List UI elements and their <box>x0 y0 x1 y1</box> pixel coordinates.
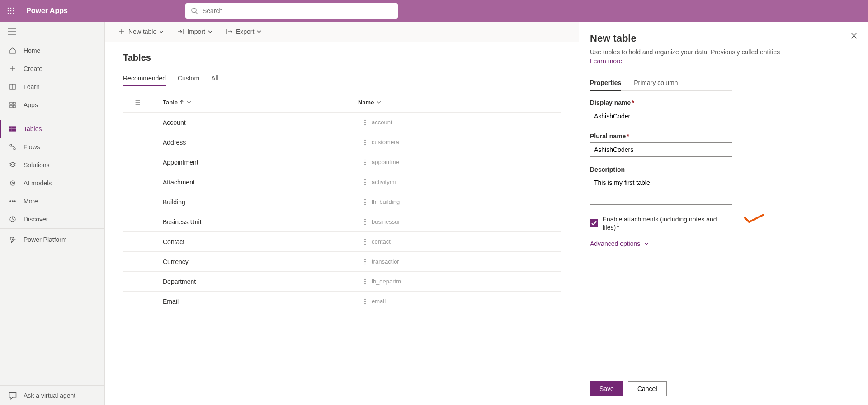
table-row[interactable]: Contactcontact <box>123 232 561 252</box>
row-more-icon[interactable] <box>358 199 372 205</box>
svg-point-6 <box>8 13 9 14</box>
tab-all[interactable]: All <box>211 71 218 86</box>
brand-title: Power Apps <box>26 7 68 15</box>
nav-ai-models[interactable]: AI models <box>0 174 104 192</box>
cancel-button[interactable]: Cancel <box>628 381 667 396</box>
table-row[interactable]: Accountaccount <box>123 113 561 132</box>
svg-rect-26 <box>12 129 14 131</box>
svg-point-34 <box>14 201 15 202</box>
export-button[interactable]: Export <box>226 28 265 35</box>
search-input[interactable] <box>203 7 392 14</box>
row-table-name: Contact <box>163 238 358 245</box>
close-icon[interactable] <box>851 33 857 41</box>
col-label: Name <box>358 99 374 106</box>
svg-line-37 <box>13 219 14 220</box>
nav-label: Home <box>24 47 40 54</box>
svg-point-49 <box>135 104 135 105</box>
app-launcher-icon[interactable] <box>4 4 18 18</box>
table-row[interactable]: Buildinglh_building <box>123 192 561 212</box>
svg-rect-20 <box>10 105 12 108</box>
svg-point-60 <box>364 179 365 180</box>
svg-rect-19 <box>13 102 15 104</box>
hamburger-menu[interactable] <box>0 22 104 42</box>
table-row[interactable]: Addresscustomera <box>123 132 561 152</box>
table-row[interactable]: Business Unitbusinessur <box>123 212 561 232</box>
svg-point-30 <box>10 181 15 185</box>
nav-tables[interactable]: Tables <box>0 120 104 138</box>
nav-create[interactable]: Create <box>0 60 104 78</box>
nav-home[interactable]: Home <box>0 42 104 60</box>
nav-power-platform[interactable]: Power Platform <box>0 231 104 249</box>
svg-point-51 <box>364 119 365 120</box>
search-box[interactable] <box>185 3 398 19</box>
ask-virtual-agent[interactable]: Ask a virtual agent <box>0 385 104 405</box>
save-button[interactable]: Save <box>590 381 623 396</box>
plus-icon <box>8 65 17 72</box>
list-view-icon[interactable] <box>123 99 150 106</box>
svg-point-71 <box>364 243 365 244</box>
row-more-icon[interactable] <box>358 239 372 245</box>
nav-discover[interactable]: Discover <box>0 210 104 228</box>
svg-point-9 <box>192 8 196 13</box>
ask-label: Ask a virtual agent <box>24 392 75 399</box>
svg-point-77 <box>364 283 365 284</box>
row-more-icon[interactable] <box>358 119 372 126</box>
table-row[interactable]: Appointmentappointme <box>123 152 561 172</box>
table-row[interactable]: Emailemail <box>123 292 561 311</box>
row-more-icon[interactable] <box>358 159 372 165</box>
nav-apps[interactable]: Apps <box>0 96 104 114</box>
table-row[interactable]: Attachmentactivitymi <box>123 172 561 192</box>
row-more-icon[interactable] <box>358 298 372 305</box>
tab-recommended[interactable]: Recommended <box>123 71 166 86</box>
svg-rect-21 <box>13 105 15 108</box>
row-more-icon[interactable] <box>358 219 372 225</box>
svg-point-57 <box>364 159 365 160</box>
import-button[interactable]: Import <box>177 28 216 35</box>
enable-attachments-row[interactable]: Enable attachments (including notes and … <box>590 216 732 231</box>
nav-flows[interactable]: Flows <box>0 138 104 156</box>
content-tabs: Recommended Custom All <box>123 71 561 86</box>
nav-label: More <box>24 198 38 205</box>
new-table-button[interactable]: New table <box>118 28 167 35</box>
nav-solutions[interactable]: Solutions <box>0 156 104 174</box>
content-card: Tables Recommended Custom All Table Name… <box>105 42 579 405</box>
row-schema-name: email <box>372 298 561 305</box>
tab-custom[interactable]: Custom <box>178 71 199 86</box>
nav-learn[interactable]: Learn <box>0 78 104 96</box>
table-row[interactable]: Departmentlh_departm <box>123 272 561 292</box>
cmd-label: New table <box>128 28 156 35</box>
svg-point-5 <box>13 10 14 12</box>
panel-description-text: Use tables to hold and organize your dat… <box>590 48 780 56</box>
col-table[interactable]: Table <box>150 99 358 106</box>
checkbox-checked-icon[interactable] <box>590 219 598 227</box>
row-schema-name: businessur <box>372 218 561 225</box>
svg-point-54 <box>364 139 365 140</box>
row-table-name: Account <box>163 119 358 126</box>
chat-icon <box>8 391 17 400</box>
row-more-icon[interactable] <box>358 179 372 185</box>
new-table-panel: New table Use tables to hold and organiz… <box>579 22 868 405</box>
svg-point-48 <box>135 102 135 103</box>
svg-point-70 <box>364 241 365 242</box>
book-icon <box>8 83 17 90</box>
tab-properties[interactable]: Properties <box>590 75 621 91</box>
table-icon <box>8 125 17 132</box>
col-name[interactable]: Name <box>358 99 561 106</box>
table-header: Table Name <box>123 93 561 113</box>
ai-icon <box>8 179 17 187</box>
advanced-options-toggle[interactable]: Advanced options <box>590 240 732 247</box>
svg-point-62 <box>364 184 365 184</box>
chevron-down-icon <box>374 99 381 106</box>
plural-name-input[interactable] <box>590 142 732 157</box>
tab-primary-column[interactable]: Primary column <box>634 75 678 90</box>
row-more-icon[interactable] <box>358 139 372 146</box>
svg-point-67 <box>364 221 365 222</box>
row-more-icon[interactable] <box>358 278 372 285</box>
svg-point-80 <box>364 303 365 304</box>
nav-more[interactable]: More <box>0 192 104 210</box>
description-input[interactable] <box>590 176 732 205</box>
table-row[interactable]: Currencytransactior <box>123 252 561 272</box>
learn-more-link[interactable]: Learn more <box>590 57 623 65</box>
row-more-icon[interactable] <box>358 259 372 265</box>
display-name-input[interactable] <box>590 109 732 123</box>
